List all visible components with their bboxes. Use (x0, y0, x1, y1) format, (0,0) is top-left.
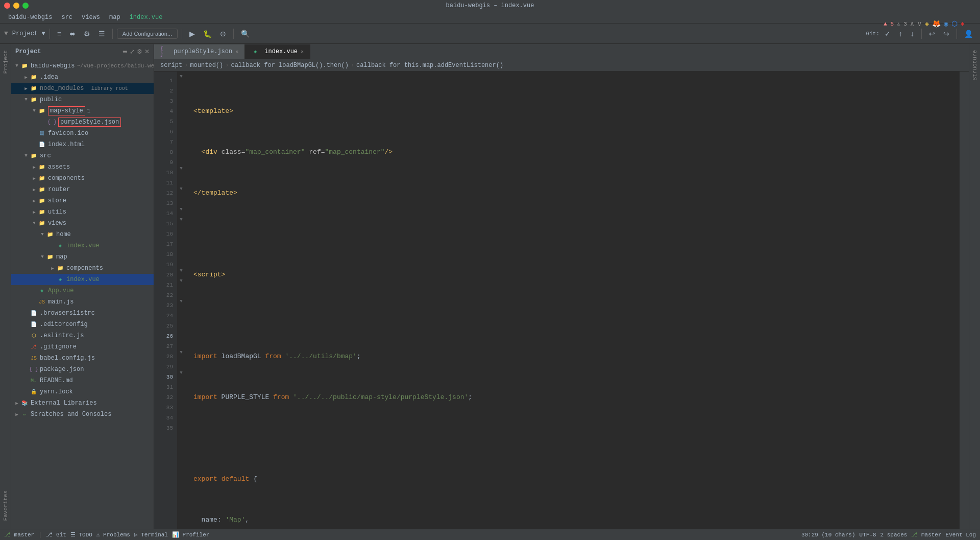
git-branch-status[interactable]: ⎇ master (4, 531, 34, 538)
tree-item-editorconfig[interactable]: ▶ 📄 .editorconfig (11, 319, 154, 330)
toolbar-btn-1[interactable]: ≡ (54, 28, 64, 40)
code-line-2: <div class="map_container" ref="map_cont… (193, 147, 960, 157)
tree-item-home[interactable]: ▼ 📁 home (11, 229, 154, 240)
git-btn-1[interactable]: ✓ (881, 28, 894, 40)
project-tool-settings[interactable]: ⚙ (137, 48, 142, 55)
toolbar-btn-4[interactable]: ☰ (95, 28, 108, 40)
bc-script[interactable]: script (160, 62, 182, 69)
tab-close-index-vue[interactable]: ✕ (301, 49, 304, 55)
tree-item-external-libs[interactable]: ▶ 📚 External Libraries (11, 397, 154, 409)
avatar-btn[interactable]: 👤 (961, 28, 976, 40)
window-title: baidu-webgis – index.vue (446, 2, 534, 9)
tree-item-views[interactable]: ▼ 📁 views (11, 218, 154, 229)
project-tool-arrange[interactable]: ⬌ (122, 48, 128, 55)
tree-item-main-js[interactable]: ▶ JS main.js (11, 296, 154, 308)
ln-4: 4 (154, 106, 173, 116)
tree-item-index-html[interactable]: ▶ 📄 index.html (11, 139, 154, 150)
main-area: Project Favorites Project ⬌ ⤢ ⚙ ✕ ▼ 📁 ba… (0, 44, 980, 529)
tree-item-components[interactable]: ▶ 📁 components (11, 173, 154, 184)
menu-item-file[interactable]: index.vue (126, 13, 167, 22)
fold-28[interactable]: ▼ (177, 347, 185, 358)
terminal-tab[interactable]: ▷ Terminal (134, 531, 168, 538)
favorites-tab-vertical[interactable]: Favorites (1, 486, 10, 525)
search-everywhere-btn[interactable]: 🔍 (238, 28, 253, 40)
tree-item-app-vue[interactable]: ▶ ◈ App.vue (11, 285, 154, 296)
ln-31: 31 (154, 382, 173, 392)
add-configuration-button[interactable]: Add Configuration... (117, 29, 178, 39)
close-button[interactable] (4, 3, 10, 9)
project-tool-close[interactable]: ✕ (144, 48, 150, 55)
tree-item-map[interactable]: ▼ 📁 map (11, 251, 154, 263)
project-dropdown[interactable]: ▼ Project ▼ (4, 30, 45, 37)
git-btn-2[interactable]: ↑ (896, 28, 905, 40)
fold-15[interactable]: ▼ (177, 215, 185, 225)
fold-10[interactable]: ▼ (177, 163, 185, 174)
tab-index-vue[interactable]: ◈ index.vue ✕ (245, 44, 310, 59)
menu-item-app[interactable]: baidu-webgis (4, 13, 56, 22)
tree-item-package-json[interactable]: ▶ { } package.json (11, 364, 154, 375)
project-tab-vertical[interactable]: Project (1, 46, 10, 78)
tree-item-idea[interactable]: ▶ 📁 .idea (11, 72, 154, 83)
menu-item-views[interactable]: views (78, 13, 104, 22)
toolbar-btn-3[interactable]: ⚙ (81, 28, 93, 40)
tree-label-editorconfig: .editorconfig (40, 321, 88, 328)
fold-30[interactable]: ▼ (177, 368, 185, 378)
tree-item-map-index-vue[interactable]: ▶ ◈ index.vue (11, 274, 154, 285)
run-btn[interactable]: ▶ (186, 28, 198, 40)
todo-tab[interactable]: ☰ TODO (70, 531, 92, 538)
fold-17 (177, 235, 185, 245)
tree-item-public[interactable]: ▼ 📁 public (11, 94, 154, 105)
bc-add-event[interactable]: callback for this.map.addEventListener() (356, 62, 503, 69)
bc-mounted[interactable]: mounted() (190, 62, 223, 69)
branch-status[interactable]: ⎇ master (911, 531, 941, 538)
fold-1[interactable]: ▼ (177, 72, 185, 82)
git-btn-3[interactable]: ↓ (908, 28, 917, 40)
tree-item-map-style[interactable]: ▼ 📁 map-style 1 (11, 105, 154, 116)
tree-item-home-index-vue[interactable]: ▶ ◈ index.vue (11, 240, 154, 251)
tree-item-store[interactable]: ▶ 📁 store (11, 195, 154, 206)
fold-12[interactable]: ▼ (177, 184, 185, 194)
tree-item-purplestyle[interactable]: ▶ { } purpleStyle.json (11, 116, 154, 128)
problems-tab[interactable]: ⚠ Problems (96, 531, 130, 538)
tree-item-assets[interactable]: ▶ 📁 assets (11, 161, 154, 173)
maximize-button[interactable] (22, 3, 29, 9)
fold-21[interactable]: ▼ (177, 276, 185, 286)
tree-item-yarn-lock[interactable]: ▶ 🔒 yarn.lock (11, 386, 154, 397)
tree-item-scratches[interactable]: ▶ ✏ Scratches and Consoles (11, 409, 154, 420)
event-log-btn[interactable]: Event Log (946, 532, 976, 538)
tree-item-node-modules[interactable]: ▶ 📁 node_modules library root (11, 83, 154, 94)
undo-btn[interactable]: ↩ (926, 28, 938, 40)
tree-item-gitignore[interactable]: ▶ ⎇ .gitignore (11, 341, 154, 353)
project-tool-expand[interactable]: ⤢ (130, 48, 135, 55)
tab-purplestyle[interactable]: { } purpleStyle.json ✕ (154, 44, 245, 59)
tree-item-src[interactable]: ▼ 📁 src (11, 150, 154, 161)
branch-name: master (921, 532, 942, 538)
minimize-button[interactable] (13, 3, 19, 9)
right-tab-structure[interactable]: Structure (970, 46, 979, 84)
redo-btn[interactable]: ↪ (940, 28, 952, 40)
debug-btn[interactable]: 🐛 (200, 28, 215, 40)
tree-item-browserslistrc[interactable]: ▶ 📄 .browserslistrc (11, 308, 154, 319)
tree-item-readme[interactable]: ▶ M↓ README.md (11, 375, 154, 386)
fold-20[interactable]: ▼ (177, 266, 185, 276)
menu-item-src[interactable]: src (57, 13, 77, 22)
separator-5 (921, 29, 922, 39)
tree-item-babel[interactable]: ▶ JS babel.config.js (11, 353, 154, 364)
tree-item-router[interactable]: ▶ 📁 router (11, 184, 154, 195)
tree-item-eslintrc[interactable]: ▶ ⬡ .eslintrc.js (11, 330, 154, 341)
fold-14[interactable]: ▼ (177, 204, 185, 215)
menu-item-map[interactable]: map (105, 13, 125, 22)
git-tab-status[interactable]: ⎇ Git (46, 531, 66, 538)
code-line-9 (193, 433, 960, 443)
tree-item-map-components[interactable]: ▶ 📁 components (11, 263, 154, 274)
bc-load-bmap[interactable]: callback for loadBMapGL().then() (231, 62, 348, 69)
tree-item-utils[interactable]: ▶ 📁 utils (11, 206, 154, 218)
profiler-tab[interactable]: 📊 Profiler (172, 531, 209, 538)
tree-item-root[interactable]: ▼ 📁 baidu-webgis ~/vue-projects/baidu-we… (11, 60, 154, 72)
tab-close-purplestyle[interactable]: ✕ (235, 49, 238, 55)
coverage-btn[interactable]: ⊙ (217, 28, 229, 40)
toolbar-btn-2[interactable]: ⬌ (66, 28, 79, 40)
fold-23[interactable]: ▼ (177, 296, 185, 307)
tree-item-favicon[interactable]: ▶ 🖼 favicon.ico (11, 128, 154, 139)
code-area[interactable]: <template> <div class="map_container" re… (185, 72, 960, 529)
